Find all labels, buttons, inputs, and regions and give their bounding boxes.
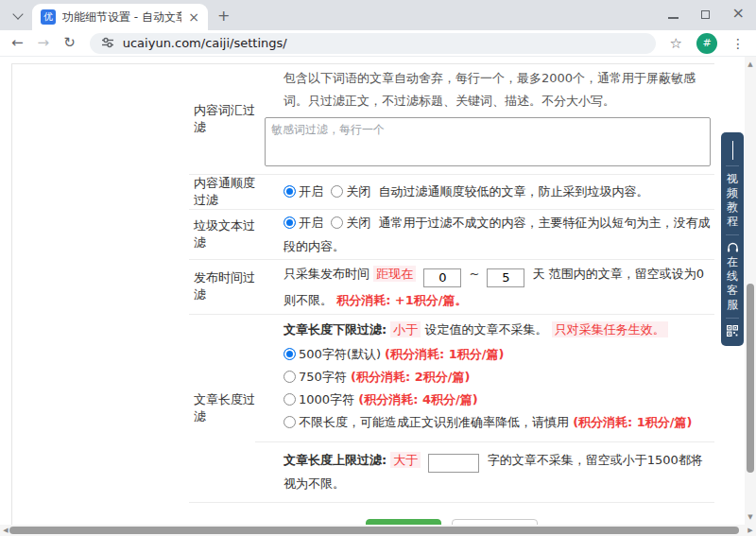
- upper-limit-title: 文章长度上限过滤:: [284, 453, 387, 467]
- browser-menu-icon[interactable]: ⋮: [731, 36, 745, 51]
- fluency-filter-description: 自动过滤通顺度较低的文章，防止采到垃圾内容。: [379, 184, 649, 199]
- word-filter-description: 包含以下词语的文章自动舍弃，每行一个，最多2000个，通常用于屏蔽敏感词。只过滤…: [284, 67, 714, 112]
- maximize-icon: [701, 10, 710, 19]
- row-junk-filter: 垃圾文本过滤 开启 关闭 通常用于过滤不成文的内容，主要特征为以短句为主，没有成…: [189, 210, 714, 260]
- time-max-input[interactable]: [487, 268, 524, 287]
- length-filter-label: 文章长度过滤: [189, 315, 265, 503]
- length-1000-label[interactable]: 1000字符: [299, 392, 354, 406]
- scroll-up-arrow[interactable]: ▲: [745, 59, 756, 70]
- site-info-icon[interactable]: [101, 36, 114, 49]
- panel-divider: [726, 165, 739, 166]
- fluency-filter-label: 内容通顺度过滤: [189, 175, 265, 209]
- video-tutorial-tab[interactable]: 视频教程: [727, 172, 739, 229]
- word-filter-label: 内容词汇过滤: [189, 64, 265, 174]
- junk-off-radio[interactable]: [331, 216, 343, 229]
- tab-search-chevron-icon[interactable]: [12, 9, 23, 19]
- time-min-input[interactable]: [423, 268, 461, 287]
- lower-limit-note: 只对采集任务生效。: [552, 321, 668, 337]
- length-option-500[interactable]: 500字符(默认) (积分消耗: 1积分/篇): [284, 343, 714, 366]
- length-1000-cost: (积分消耗: 4积分/篇): [358, 392, 477, 406]
- tilde-separator: ~: [469, 267, 479, 281]
- back-icon[interactable]: ←: [11, 36, 24, 50]
- bookmark-star-icon[interactable]: ☆: [670, 35, 682, 52]
- address-bar[interactable]: ucaiyun.com/caiji/settings/: [90, 33, 656, 54]
- tab-close-icon[interactable]: ×: [188, 10, 199, 24]
- length-750-label[interactable]: 750字符: [299, 370, 347, 384]
- length-unlimited-label[interactable]: 不限长度，可能造成正文识别准确率降低，请慎用: [299, 415, 569, 429]
- content-card-border-left: [11, 63, 12, 525]
- fluency-on-radio[interactable]: [284, 185, 296, 198]
- scroll-down-arrow[interactable]: ▼: [745, 511, 756, 523]
- time-filter-label: 发布时间过滤: [189, 260, 265, 314]
- junk-off-label[interactable]: 关闭: [346, 216, 370, 230]
- horizontal-scrollbar[interactable]: ◀ ▶: [0, 525, 756, 536]
- url-text: ucaiyun.com/caiji/settings/: [123, 36, 287, 50]
- lower-limit-lt: 小于: [390, 321, 421, 337]
- time-filter-pre-text: 只采集发布时间: [284, 267, 369, 281]
- length-unlimited-cost: (积分消耗: 1积分/篇): [573, 415, 692, 429]
- row-length-filter: 文章长度过滤 文章长度下限过滤: 小于 设定值的文章不采集。 只对采集任务生效。…: [189, 315, 714, 504]
- time-filter-highlight: 距现在: [373, 266, 416, 282]
- scroll-right-arrow[interactable]: ▶: [745, 525, 756, 536]
- panel-collapse-button[interactable]: [732, 142, 733, 160]
- fluency-off-label[interactable]: 关闭: [346, 184, 370, 199]
- panel-divider: [726, 318, 739, 319]
- length-750-radio[interactable]: [284, 371, 296, 383]
- online-service-tab[interactable]: 在线客服: [727, 255, 739, 312]
- settings-table: 内容词汇过滤 包含以下词语的文章自动舍弃，每行一个，最多2000个，通常用于屏蔽…: [189, 64, 714, 536]
- window-maximize-button[interactable]: [701, 5, 710, 23]
- headset-icon: [727, 242, 739, 253]
- site-favicon: 优: [41, 9, 56, 25]
- row-time-filter: 发布时间过滤 只采集发布时间 距现在 ~ 天 范围内的文章，留空或设为0则不限。…: [189, 260, 714, 315]
- row-fluency-filter: 内容通顺度过滤 开启 关闭 自动过滤通顺度较低的文章，防止采到垃圾内容。: [189, 175, 714, 210]
- vertical-scroll-thumb[interactable]: [747, 284, 754, 473]
- horizontal-scroll-thumb[interactable]: [9, 527, 739, 534]
- vertical-scrollbar[interactable]: ▲ ▼: [745, 57, 756, 525]
- window-close-button[interactable]: ×: [732, 8, 745, 19]
- length-option-750[interactable]: 750字符 (积分消耗: 2积分/篇): [284, 366, 714, 389]
- new-tab-button[interactable]: +: [217, 7, 230, 25]
- window-minimize-button[interactable]: [668, 5, 679, 23]
- lower-limit-title: 文章长度下限过滤:: [284, 322, 387, 337]
- row-word-filter: 内容词汇过滤 包含以下词语的文章自动舍弃，每行一个，最多2000个，通常用于屏蔽…: [189, 64, 714, 175]
- length-option-unlimited[interactable]: 不限长度，可能造成正文识别准确率降低，请慎用 (积分消耗: 1积分/篇): [284, 411, 714, 434]
- browser-navbar: ← → ↻ ucaiyun.com/caiji/settings/ ☆ # ⋮: [0, 30, 756, 57]
- length-option-1000[interactable]: 1000字符 (积分消耗: 4积分/篇): [284, 389, 714, 411]
- sensitive-words-textarea[interactable]: [265, 117, 711, 166]
- upper-limit-input[interactable]: [428, 454, 479, 473]
- length-500-radio[interactable]: [284, 348, 296, 360]
- reload-icon[interactable]: ↻: [63, 36, 76, 50]
- browser-titlebar: 优 功能细节设置 - 自动文章采集器 × + ×: [0, 0, 756, 30]
- page-content: 内容词汇过滤 包含以下词语的文章自动舍弃，每行一个，最多2000个，通常用于屏蔽…: [0, 57, 756, 536]
- fluency-on-label[interactable]: 开启: [299, 184, 323, 199]
- floating-side-panel: 视频教程 在线客服: [721, 132, 744, 346]
- length-500-label[interactable]: 500字符(默认): [299, 347, 381, 361]
- qr-code-icon[interactable]: [727, 325, 738, 337]
- length-500-cost: (积分消耗: 1积分/篇): [385, 347, 504, 361]
- time-filter-cost: 积分消耗: +1积分/篇。: [336, 293, 467, 307]
- minimize-icon: [668, 17, 679, 19]
- lower-limit-mid: 设定值的文章不采集。: [424, 322, 547, 337]
- junk-filter-label: 垃圾文本过滤: [189, 210, 265, 259]
- profile-avatar[interactable]: #: [696, 33, 717, 54]
- chevron-up-icon: [732, 141, 733, 160]
- length-unlimited-radio[interactable]: [284, 416, 296, 428]
- forward-icon[interactable]: →: [38, 36, 50, 50]
- length-1000-radio[interactable]: [284, 393, 296, 406]
- junk-on-label[interactable]: 开启: [299, 216, 323, 230]
- junk-on-radio[interactable]: [284, 216, 296, 229]
- panel-divider: [726, 234, 739, 235]
- length-750-cost: (积分消耗: 2积分/篇): [351, 370, 470, 384]
- fluency-off-radio[interactable]: [331, 185, 343, 198]
- browser-tab[interactable]: 优 功能细节设置 - 自动文章采集器 ×: [32, 4, 208, 30]
- upper-limit-gt: 大于: [390, 452, 421, 468]
- tab-title: 功能细节设置 - 自动文章采集器: [62, 9, 181, 26]
